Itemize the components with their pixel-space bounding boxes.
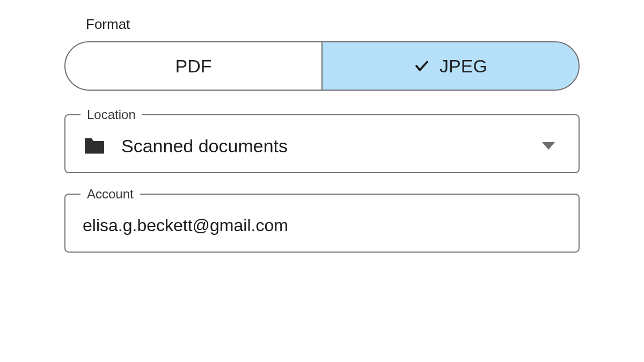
folder-icon — [83, 136, 106, 156]
format-option-pdf-label: PDF — [175, 56, 212, 77]
account-field: Account elisa.g.beckett@gmail.com — [64, 194, 580, 253]
format-option-jpeg-label: JPEG — [440, 56, 487, 77]
check-icon — [414, 58, 430, 74]
format-option-pdf[interactable]: PDF — [65, 42, 323, 90]
location-dropdown[interactable]: Location Scanned documents — [64, 114, 580, 173]
format-segmented-control: PDF JPEG — [64, 41, 580, 91]
format-option-jpeg[interactable]: JPEG — [323, 42, 579, 90]
format-label: Format — [64, 16, 580, 33]
account-value: elisa.g.beckett@gmail.com — [83, 216, 288, 235]
account-label: Account — [80, 187, 140, 202]
location-value: Scanned documents — [121, 136, 542, 157]
location-label: Location — [80, 107, 142, 122]
chevron-down-icon — [542, 142, 555, 150]
